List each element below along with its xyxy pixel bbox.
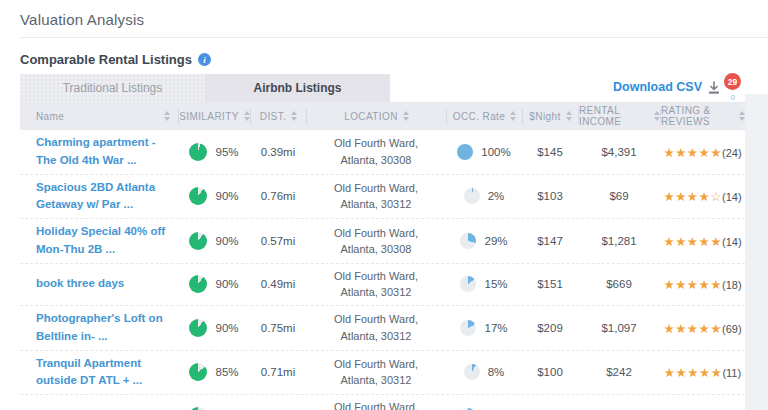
location-value: Old Fourth Ward, Atlanta, 30308 [306,135,446,168]
sort-icon[interactable] [164,111,170,121]
rating-cell: ★★★★★(38) [660,407,745,410]
similarity-cell: 85% [178,363,250,381]
rating-cell: ★★★★★(69) [660,319,745,337]
distance-value: 0.76mi [250,190,306,202]
distance-value: 0.39mi [250,146,306,158]
table-row: book three days 90% 0.49mi Old Fourth Wa… [20,264,745,306]
nightly-rate-value: $151 [522,278,578,290]
divider [20,37,768,38]
column-header-location[interactable]: LOCATION [306,109,446,124]
star-rating-icons: ★★★★★ [664,366,723,380]
tab-airbnb-listings[interactable]: Airbnb Listings [205,74,390,102]
listing-name-link[interactable]: Holiday Special 40% off Mon-Thu 2B ... [20,219,178,263]
occupancy-cell: 2% [446,188,522,204]
rating-cell: ★★★★★(14) [660,232,745,250]
column-header-occ-rate[interactable]: OCC. Rate [446,109,522,124]
valuation-analysis-page: Valuation Analysis Comparable Rental Lis… [0,0,768,410]
similarity-cell: 90% [178,232,250,250]
column-header-night[interactable]: $Night [522,109,578,124]
column-header-similarity[interactable]: SIMILARITY [178,109,250,124]
sort-icon[interactable] [403,111,409,121]
rental-income-value: $1,097 [578,322,660,334]
occupancy-value: 29% [484,235,507,247]
listing-name-link[interactable]: Tranquil Apartment outside DT ATL + ... [20,351,178,395]
rental-income-value: $669 [578,278,660,290]
table-header: Name SIMILARITY DIST. LOCATION OCC. Rate… [20,102,745,130]
sort-icon[interactable] [510,111,516,121]
occupancy-pie-icon [460,233,476,249]
similarity-pie-icon [189,275,207,293]
similarity-value: 95% [215,146,238,158]
star-rating-icons: ★★★★★ [663,235,722,249]
occupancy-cell: 17% [446,320,522,336]
occupancy-cell: 100% [446,144,522,160]
occupancy-value: 100% [481,146,510,158]
nightly-rate-value: $209 [522,322,578,334]
review-count: (24) [722,147,742,159]
distance-value: 0.75mi [250,322,306,334]
rating-cell: ★★★★☆(14) [660,187,745,205]
similarity-value: 90% [215,322,238,334]
section-header: Comparable Rental Listings i [20,52,768,67]
column-header-rental-income[interactable]: RENTAL INCOME [578,109,660,124]
occupancy-cell: 29% [446,233,522,249]
sort-icon[interactable] [291,111,297,121]
rating-cell: ★★★★★(11) [660,363,745,381]
similarity-cell: 90% [178,275,250,293]
similarity-cell: 85% [178,407,250,410]
occupancy-value: 17% [484,322,507,334]
nightly-rate-value: $147 [522,235,578,247]
occupancy-pie-icon [464,364,480,380]
table-row: Tranquil Apartment outside DT ATL + ... … [20,351,745,396]
listing-name-link[interactable]: The Green Getaway [20,403,178,410]
review-count: (11) [722,367,741,379]
tabs-row: Traditional Listings Airbnb Listings Dow… [20,74,768,102]
listing-name-link[interactable]: Photographer's Loft on Beltline in- ... [20,306,178,350]
star-rating-icons: ★★★★★ [663,278,722,292]
nightly-rate-value: $100 [522,366,578,378]
nightly-rate-value: $103 [522,190,578,202]
table-body: Charming apartment -The Old 4th War ... … [20,130,768,410]
rating-cell: ★★★★★(24) [660,143,745,161]
table-row: Holiday Special 40% off Mon-Thu 2B ... 9… [20,219,745,264]
similarity-value: 85% [215,366,238,378]
similarity-pie-icon [189,232,207,250]
review-count: (14) [722,191,742,203]
location-value: Old Fourth Ward, Atlanta, 30312 [306,180,446,213]
listing-name-link[interactable]: book three days [20,271,178,297]
occupancy-cell: 15% [446,276,522,292]
sort-icon[interactable] [244,111,250,121]
sort-icon[interactable] [566,111,572,121]
download-csv-link[interactable]: Download CSV 29 0 [613,80,745,99]
rental-income-value: $69 [578,190,660,202]
table-row: Photographer's Loft on Beltline in- ... … [20,306,745,351]
similarity-cell: 90% [178,319,250,337]
scroll-gutter[interactable] [745,94,768,410]
listing-name-link[interactable]: Charming apartment -The Old 4th War ... [20,130,178,174]
similarity-pie-icon [189,319,207,337]
download-sub-count: 0 [731,94,735,101]
info-icon[interactable]: i [198,53,211,66]
table-row: The Green Getaway 85% 0.59mi Old Fourth … [20,395,745,410]
similarity-cell: 95% [178,143,250,161]
column-header-dist[interactable]: DIST. [250,109,306,124]
location-value: Old Fourth Ward, Atlanta, 30308 [306,225,446,258]
table-row: Spacious 2BD Atlanta Getaway w/ Par ... … [20,175,745,220]
rating-cell: ★★★★★(18) [660,275,745,293]
star-rating-icons: ★★★★☆ [663,190,722,204]
location-value: Old Fourth Ward, Atlanta, 30312 [306,311,446,344]
similarity-pie-icon [189,407,207,410]
similarity-pie-icon [189,363,207,381]
column-header-name[interactable]: Name [20,109,178,124]
occupancy-pie-icon [464,188,480,204]
similarity-pie-icon [189,187,207,205]
occupancy-cell: 8% [446,364,522,380]
distance-value: 0.49mi [250,278,306,290]
tab-traditional-listings[interactable]: Traditional Listings [20,74,205,102]
page-title: Valuation Analysis [20,0,768,37]
listing-name-link[interactable]: Spacious 2BD Atlanta Getaway w/ Par ... [20,175,178,219]
occupancy-value: 15% [484,278,507,290]
tabs: Traditional Listings Airbnb Listings [20,74,390,102]
star-rating-icons: ★★★★★ [663,322,722,336]
column-header-rating-reviews[interactable]: RATING & REVIEWS [660,109,745,124]
